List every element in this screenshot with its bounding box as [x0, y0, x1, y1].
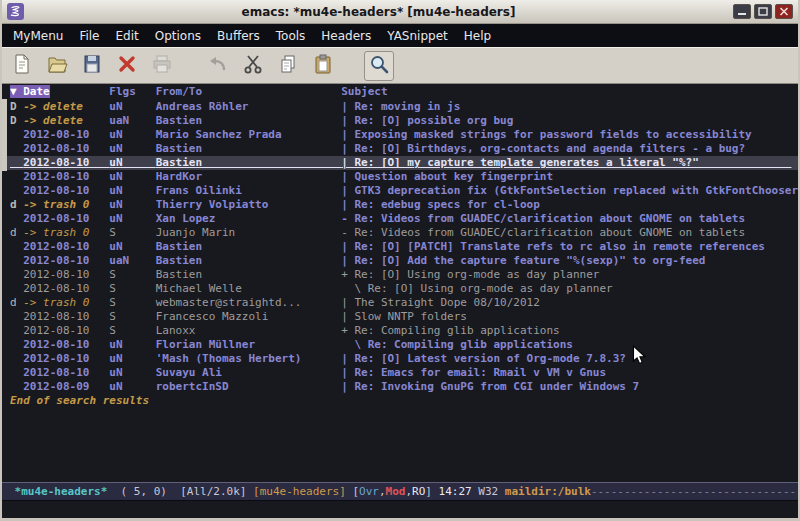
message-mark: d: [10, 198, 23, 211]
menu-item-headers[interactable]: Headers: [313, 26, 379, 46]
copy-icon: [277, 53, 299, 79]
message-flags: uN: [109, 338, 155, 351]
message-date: 2012-08-10: [23, 366, 109, 379]
minimize-button[interactable]: [733, 4, 751, 19]
message-row[interactable]: 2012-08-10 S Bastien + Re: [O] Using org…: [2, 268, 798, 282]
print-button[interactable]: [147, 51, 177, 81]
message-row[interactable]: 2012-08-10 uN Suvayu Ali | Re: Emacs for…: [2, 366, 798, 380]
message-subject: - Re: Videos from GUADEC/clarification a…: [341, 212, 791, 225]
modeline-segment: [All/2.0k]: [180, 485, 253, 498]
message-date: 2012-08-09: [23, 380, 109, 393]
open-file-button[interactable]: [42, 51, 72, 81]
message-mark: [10, 156, 23, 169]
message-subject: | Re: Invoking GnuPG from CGI under Wind…: [341, 380, 791, 393]
message-subject: | Re: [O] [PATCH] Translate refs to rc a…: [341, 240, 791, 253]
message-row[interactable]: 2012-08-10 uN Bastien | Re: [O] my captu…: [2, 156, 798, 170]
message-row[interactable]: d -> trash 0 uN Thierry Volpiatto | Re: …: [2, 198, 798, 212]
new-file-button[interactable]: [7, 51, 37, 81]
kill-buffer-button[interactable]: [112, 51, 142, 81]
message-row[interactable]: 2012-08-10 S Michael Welle \ Re: [O] Usi…: [2, 282, 798, 296]
message-row[interactable]: 2012-08-10 uN Frans Oilinki | GTK3 depre…: [2, 184, 798, 198]
message-from: Mario Sanchez Prada: [156, 128, 341, 141]
echo-area: [2, 501, 798, 518]
scrollbar-thumb[interactable]: [2, 99, 7, 171]
message-date: -> delete: [23, 100, 109, 113]
menu-item-mymenu[interactable]: MyMenu: [5, 26, 71, 46]
message-row[interactable]: 2012-08-10 uN Bastien | Re: [O] [PATCH] …: [2, 240, 798, 254]
message-row[interactable]: 2012-08-10 uaN Bastien | Re: [O] Add the…: [2, 254, 798, 268]
menu-item-edit[interactable]: Edit: [108, 26, 147, 46]
message-mark: [10, 254, 23, 267]
message-mark: [10, 268, 23, 281]
message-from: Bastien: [156, 240, 341, 253]
search-icon: [368, 53, 390, 79]
message-row[interactable]: d -> trash 0 S Juanjo Marin - Re: Videos…: [2, 226, 798, 240]
menu-item-yasnippet[interactable]: YASnippet: [379, 26, 456, 46]
save-icon: [81, 53, 103, 79]
menu-item-file[interactable]: File: [71, 26, 107, 46]
menu-item-tools[interactable]: Tools: [268, 26, 314, 46]
message-flags: uN: [109, 240, 155, 253]
modeline-segment: Ovr: [359, 485, 379, 498]
message-subject: \ Re: [O] Using org-mode as day planner: [341, 282, 791, 295]
undo-icon: [207, 53, 229, 79]
message-row[interactable]: 2012-08-09 uN robertcInSD | Re: Invoking…: [2, 380, 798, 394]
message-subject: | Re: [O] Birthdays, org-contacts and ag…: [341, 142, 791, 155]
message-subject: | Exposing masked strings for password f…: [341, 128, 791, 141]
message-from: Bastien: [156, 142, 341, 155]
save-button[interactable]: [77, 51, 107, 81]
message-row[interactable]: 2012-08-10 uN Bastien | Re: [O] Birthday…: [2, 142, 798, 156]
message-row[interactable]: D -> delete uaN Bastien | Re: [O] possib…: [2, 114, 798, 128]
sort-column-date[interactable]: ▼ Date: [10, 85, 50, 98]
message-row[interactable]: 2012-08-10 uN 'Mash (Thomas Herbert) | R…: [2, 352, 798, 366]
message-from: Frans Oilinki: [156, 184, 341, 197]
new-file-icon: [11, 53, 33, 79]
modeline-segment: 14:27: [439, 485, 479, 498]
message-from: Lanoxx: [156, 324, 341, 337]
message-row[interactable]: 2012-08-10 uN Florian Müllner \ Re: Comp…: [2, 338, 798, 352]
undo-button[interactable]: [203, 51, 233, 81]
message-flags: uN: [109, 352, 155, 365]
message-subject: | Slow NNTP folders: [341, 310, 791, 323]
message-flags: uN: [109, 142, 155, 155]
message-date: 2012-08-10: [23, 184, 109, 197]
message-from: robertcInSD: [156, 380, 341, 393]
message-subject: | Re: [O] Add the capture feature "%(sex…: [341, 254, 791, 267]
message-subject: - Re: Videos from GUADEC/clarification a…: [341, 226, 791, 239]
message-row[interactable]: 2012-08-10 uN Xan Lopez - Re: Videos fro…: [2, 212, 798, 226]
scrollbar-track[interactable]: [2, 84, 7, 518]
modeline-segment: Mod: [386, 485, 406, 498]
message-mark: [10, 184, 23, 197]
message-row[interactable]: D -> delete uN Andreas Röhler | Re: movi…: [2, 100, 798, 114]
cut-button[interactable]: [238, 51, 268, 81]
message-from: Suvayu Ali: [156, 366, 341, 379]
modeline-segment: RO: [412, 485, 425, 498]
close-button[interactable]: [775, 4, 793, 19]
message-mark: D: [10, 100, 23, 113]
message-row[interactable]: 2012-08-10 uN HardKor | Question about k…: [2, 170, 798, 184]
message-date: 2012-08-10: [23, 268, 109, 281]
message-row[interactable]: 2012-08-10 uN Mario Sanchez Prada | Expo…: [2, 128, 798, 142]
message-flags: uN: [109, 156, 155, 169]
paste-button[interactable]: [308, 51, 338, 81]
title-bar[interactable]: emacs: *mu4e-headers* [mu4e-headers]: [2, 0, 798, 24]
message-from: HardKor: [156, 170, 341, 183]
search-button[interactable]: [364, 51, 394, 81]
header-columns[interactable]: Flgs From/To Subject: [50, 85, 388, 98]
copy-button[interactable]: [273, 51, 303, 81]
message-row[interactable]: 2012-08-10 S Francesco Mazzoli | Slow NN…: [2, 310, 798, 324]
message-flags: S: [109, 296, 155, 309]
message-row[interactable]: d -> trash 0 S webmaster@straightd... | …: [2, 296, 798, 310]
paste-icon: [312, 53, 334, 79]
message-row[interactable]: 2012-08-10 S Lanoxx + Re: Compiling glib…: [2, 324, 798, 338]
message-date: -> delete: [23, 114, 109, 127]
message-date: 2012-08-10: [23, 282, 109, 295]
menu-item-help[interactable]: Help: [456, 26, 499, 46]
modeline-segment: maildir:/bulk: [505, 485, 591, 498]
menu-item-buffers[interactable]: Buffers: [209, 26, 268, 46]
print-icon: [151, 53, 173, 79]
modeline-segment: ( 5, 0): [107, 485, 180, 498]
maximize-button[interactable]: [754, 4, 772, 19]
menu-item-options[interactable]: Options: [147, 26, 209, 46]
open-file-icon: [46, 53, 68, 79]
